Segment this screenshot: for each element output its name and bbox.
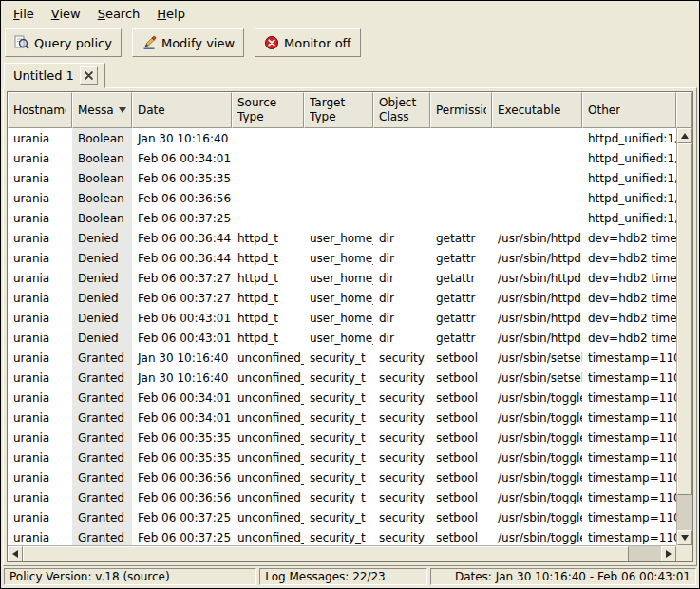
table-cell: Jan 30 10:16:40: [132, 348, 232, 368]
column-header-date[interactable]: Date: [132, 92, 232, 128]
table-row[interactable]: uraniaGrantedFeb 06 00:35:35unconfined_s…: [8, 428, 676, 447]
table-cell: dir: [373, 328, 430, 348]
table-row[interactable]: uraniaDeniedFeb 06 00:43:01httpd_tuser_h…: [8, 308, 676, 328]
table-cell: user_home_: [304, 248, 373, 268]
column-header-source-type[interactable]: Source Type: [232, 92, 304, 128]
table-cell: Granted: [72, 467, 132, 487]
table-cell: unconfined_: [232, 388, 304, 408]
menu-file[interactable]: File: [5, 3, 43, 25]
table-cell: Boolean: [72, 188, 132, 208]
table-cell: httpd_t: [232, 328, 304, 348]
monitor-off-label: Monitor off: [284, 36, 350, 50]
column-header-object-class[interactable]: Object Class: [373, 92, 430, 128]
table-cell: timestamp=11071: [582, 348, 676, 368]
column-header-messa[interactable]: Messa: [72, 92, 132, 128]
column-header-hostname[interactable]: Hostname: [8, 92, 72, 128]
table-row[interactable]: uraniaGrantedFeb 06 00:37:25unconfined_s…: [8, 527, 676, 545]
table-cell: security: [373, 467, 430, 487]
table-cell: /usr/sbin/toggle: [492, 487, 582, 507]
horizontal-scrollbar[interactable]: [8, 545, 676, 561]
table-cell: setbool: [430, 388, 492, 408]
table-cell: security: [373, 428, 430, 447]
table-cell: timestamp=11071: [582, 368, 676, 388]
horizontal-scroll-track[interactable]: [23, 546, 661, 561]
table-row[interactable]: uraniaGrantedJan 30 10:16:40unconfined_s…: [8, 348, 676, 368]
scroll-up-button[interactable]: [677, 128, 692, 143]
column-header-executable[interactable]: Executable: [492, 92, 582, 128]
table-cell: Granted: [72, 388, 132, 408]
table-cell: /usr/sbin/toggle: [492, 447, 582, 467]
table-cell: httpd_t: [232, 268, 304, 288]
table-cell: timestamp=11076: [582, 447, 676, 467]
monitor-off-button[interactable]: Monitor off: [255, 28, 360, 57]
table-cell: urania: [8, 248, 72, 268]
table-cell: security: [373, 408, 430, 428]
horizontal-scroll-thumb[interactable]: [23, 546, 629, 561]
table-row[interactable]: uraniaGrantedFeb 06 00:34:01unconfined_s…: [8, 408, 676, 428]
menu-search[interactable]: Search: [89, 3, 149, 25]
table-row[interactable]: uraniaGrantedFeb 06 00:37:25unconfined_s…: [8, 507, 676, 527]
table-cell: security_t: [304, 428, 373, 447]
column-header-permission[interactable]: Permission: [430, 92, 492, 128]
table-cell: /usr/sbin/toggle: [492, 467, 582, 487]
table-cell: Granted: [72, 348, 132, 368]
vertical-scrollbar[interactable]: [676, 128, 692, 545]
arrow-down-icon: [681, 535, 689, 541]
table-cell: Granted: [72, 507, 132, 527]
table-cell: dev=hdb2 timesta: [582, 308, 676, 328]
table-cell: [232, 168, 304, 188]
modify-view-button[interactable]: Modify view: [132, 28, 244, 57]
table-cell: getattr: [430, 228, 492, 248]
column-header-target-type[interactable]: Target Type: [304, 92, 373, 128]
scroll-right-button[interactable]: [661, 546, 676, 561]
policy-version-status: Policy Version: v.18 (source): [4, 568, 256, 585]
table-row[interactable]: uraniaGrantedFeb 06 00:36:56unconfined_s…: [8, 467, 676, 487]
vertical-scroll-track[interactable]: [677, 143, 692, 530]
scroll-left-button[interactable]: [8, 546, 23, 561]
table-cell: timestamp=11076: [582, 428, 676, 447]
table-row[interactable]: uraniaBooleanFeb 06 00:34:01httpd_unifie…: [8, 148, 676, 168]
table-row[interactable]: uraniaDeniedFeb 06 00:43:01httpd_tuser_h…: [8, 328, 676, 348]
table-cell: security: [373, 447, 430, 467]
table-cell: timestamp=11076: [582, 408, 676, 428]
table-row[interactable]: uraniaDeniedFeb 06 00:36:44httpd_tuser_h…: [8, 228, 676, 248]
table-cell: getattr: [430, 288, 492, 308]
stop-icon: [264, 35, 279, 50]
table-row[interactable]: uraniaDeniedFeb 06 00:37:27httpd_tuser_h…: [8, 268, 676, 288]
table-row[interactable]: uraniaGrantedJan 30 10:16:40unconfined_s…: [8, 368, 676, 388]
table-cell: urania: [8, 487, 72, 507]
table-row[interactable]: uraniaBooleanFeb 06 00:36:56httpd_unifie…: [8, 188, 676, 208]
table-row[interactable]: uraniaGrantedFeb 06 00:35:35unconfined_s…: [8, 447, 676, 467]
tab-untitled-1[interactable]: Untitled 1: [4, 63, 105, 88]
menu-help[interactable]: Help: [148, 3, 194, 25]
column-header-label: Messa: [78, 104, 114, 118]
column-header-label: Target Type: [310, 96, 368, 124]
query-policy-button[interactable]: Query policy: [5, 28, 122, 57]
table-cell: user_home_: [304, 228, 373, 248]
table-row[interactable]: uraniaBooleanFeb 06 00:35:35httpd_unifie…: [8, 168, 676, 188]
table-cell: security: [373, 348, 430, 368]
table-cell: Feb 06 00:43:01: [132, 328, 232, 348]
table-cell: [492, 188, 582, 208]
menu-view[interactable]: View: [43, 3, 89, 25]
table-row[interactable]: uraniaDeniedFeb 06 00:37:27httpd_tuser_h…: [8, 288, 676, 308]
table-cell: dev=hdb2 timesta: [582, 288, 676, 308]
table-cell: user_home_: [304, 268, 373, 288]
column-header-other[interactable]: Other: [582, 92, 676, 128]
scroll-down-button[interactable]: [677, 530, 692, 545]
table-cell: [373, 148, 430, 168]
table-cell: httpd_t: [232, 308, 304, 328]
table-row[interactable]: uraniaGrantedFeb 06 00:36:56unconfined_s…: [8, 487, 676, 507]
table-row[interactable]: uraniaBooleanFeb 06 00:37:25httpd_unifie…: [8, 208, 676, 228]
tab-close-button[interactable]: [80, 66, 98, 85]
table-cell: Feb 06 00:36:44: [132, 248, 232, 268]
column-header-label: Source Type: [237, 96, 298, 124]
table-cell: setbool: [430, 447, 492, 467]
vertical-scroll-thumb[interactable]: [677, 143, 692, 495]
table-cell: unconfined_: [232, 487, 304, 507]
table-cell: timestamp=11076: [582, 527, 676, 545]
table-row[interactable]: uraniaBooleanJan 30 10:16:40httpd_unifie…: [8, 128, 676, 148]
table-row[interactable]: uraniaGrantedFeb 06 00:34:01unconfined_s…: [8, 388, 676, 408]
table-row[interactable]: uraniaDeniedFeb 06 00:36:44httpd_tuser_h…: [8, 248, 676, 268]
table-cell: [430, 128, 492, 148]
